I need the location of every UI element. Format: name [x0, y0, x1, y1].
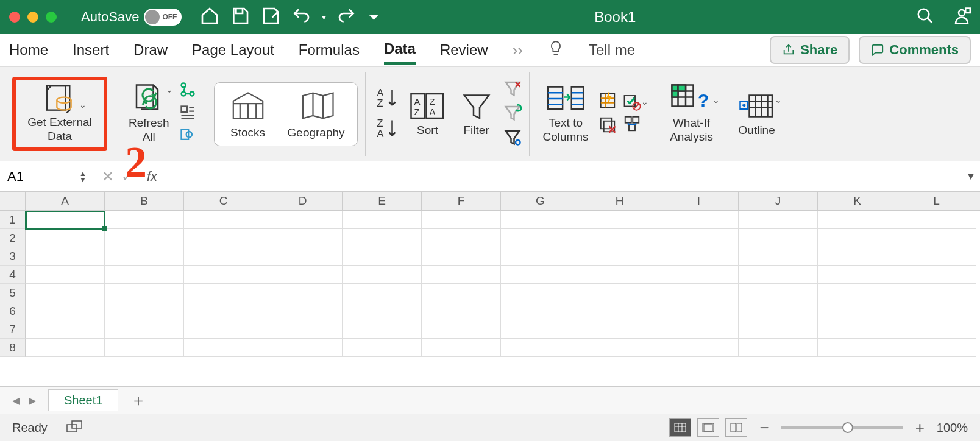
cell[interactable]: [739, 229, 818, 247]
formula-bar-expand-icon[interactable]: ▼: [962, 171, 980, 182]
tab-review[interactable]: Review: [440, 37, 488, 63]
select-all-corner[interactable]: [0, 192, 26, 210]
col-header-K[interactable]: K: [818, 192, 897, 210]
cell[interactable]: [26, 320, 105, 339]
col-header-G[interactable]: G: [501, 192, 580, 210]
row-header-8[interactable]: 8: [0, 339, 26, 357]
cell[interactable]: [343, 320, 422, 339]
cell[interactable]: [501, 302, 580, 320]
macro-record-icon[interactable]: [66, 420, 83, 436]
cell[interactable]: [343, 229, 422, 247]
zoom-slider[interactable]: [781, 426, 903, 429]
autosave-control[interactable]: AutoSave OFF: [81, 9, 182, 26]
properties-icon[interactable]: [179, 104, 196, 124]
cell[interactable]: [580, 339, 659, 357]
remove-duplicates-icon[interactable]: [598, 116, 617, 136]
cell[interactable]: [659, 320, 739, 339]
cell[interactable]: [422, 247, 501, 266]
page-layout-view-button[interactable]: [697, 418, 719, 437]
zoom-in-button[interactable]: +: [915, 418, 925, 437]
sheet-tab-sheet1[interactable]: Sheet1: [48, 389, 118, 411]
cell[interactable]: [897, 229, 976, 247]
tab-formulas[interactable]: Formulas: [299, 37, 360, 63]
sheet-next-icon[interactable]: ▶: [29, 395, 36, 406]
cell[interactable]: [818, 247, 897, 266]
tab-insert[interactable]: Insert: [73, 37, 109, 63]
cell[interactable]: [501, 339, 580, 357]
cell[interactable]: [26, 302, 105, 320]
what-if-analysis-button[interactable]: ? ⌄ What-If Analysis: [666, 81, 717, 147]
tab-page-layout[interactable]: Page Layout: [192, 37, 274, 63]
cell[interactable]: [422, 339, 501, 357]
cancel-icon[interactable]: ✕: [102, 168, 114, 185]
cell[interactable]: [739, 302, 818, 320]
row-header-2[interactable]: 2: [0, 229, 26, 247]
comments-button[interactable]: Comments: [859, 36, 971, 64]
cell[interactable]: [343, 339, 422, 357]
cell[interactable]: [105, 229, 184, 247]
outline-button[interactable]: ⌄ Outline: [735, 88, 779, 140]
flash-fill-icon[interactable]: [598, 91, 617, 112]
sort-button[interactable]: AZZA Sort: [406, 88, 450, 140]
cell[interactable]: [659, 247, 739, 266]
col-header-J[interactable]: J: [739, 192, 818, 210]
row-header-7[interactable]: 7: [0, 320, 26, 339]
advanced-filter-icon[interactable]: [503, 128, 522, 149]
cell[interactable]: [26, 266, 105, 284]
normal-view-button[interactable]: [669, 418, 691, 437]
minimize-window-button[interactable]: [27, 12, 38, 23]
cell[interactable]: [897, 339, 976, 357]
cell[interactable]: [343, 284, 422, 302]
cell[interactable]: [659, 266, 739, 284]
cell[interactable]: [263, 320, 343, 339]
row-header-5[interactable]: 5: [0, 284, 26, 302]
cell[interactable]: [897, 284, 976, 302]
name-box[interactable]: A1 ▲▼: [0, 161, 94, 191]
cell[interactable]: [580, 266, 659, 284]
get-external-data-button[interactable]: ⌄ Get External Data: [17, 82, 102, 146]
cell[interactable]: [105, 302, 184, 320]
undo-icon[interactable]: [291, 6, 311, 28]
home-icon[interactable]: [200, 6, 219, 28]
autosave-toggle[interactable]: OFF: [144, 9, 182, 26]
cell[interactable]: [818, 284, 897, 302]
cell[interactable]: [105, 320, 184, 339]
tab-data[interactable]: Data: [384, 35, 416, 65]
cell[interactable]: [580, 211, 659, 229]
cell[interactable]: [501, 229, 580, 247]
cell[interactable]: [422, 266, 501, 284]
cell[interactable]: [739, 247, 818, 266]
cell[interactable]: [422, 211, 501, 229]
cell[interactable]: [739, 284, 818, 302]
zoom-thumb[interactable]: [842, 422, 853, 433]
data-types-gallery[interactable]: Stocks Geography: [214, 82, 358, 146]
cell[interactable]: [343, 302, 422, 320]
zoom-out-button[interactable]: −: [759, 418, 769, 437]
account-icon[interactable]: [953, 7, 971, 27]
cell[interactable]: [105, 266, 184, 284]
cell[interactable]: [26, 247, 105, 266]
reapply-filter-icon[interactable]: [503, 104, 522, 124]
cell[interactable]: [818, 302, 897, 320]
page-break-view-button[interactable]: [725, 418, 747, 437]
col-header-H[interactable]: H: [580, 192, 659, 210]
clear-filter-icon[interactable]: [503, 79, 522, 100]
tab-home[interactable]: Home: [9, 37, 48, 63]
cell[interactable]: [580, 284, 659, 302]
cell[interactable]: [26, 284, 105, 302]
geography-type[interactable]: Geography: [288, 89, 345, 139]
cell-A1[interactable]: [26, 211, 105, 229]
sheet-prev-icon[interactable]: ◀: [12, 395, 20, 406]
cell[interactable]: [739, 320, 818, 339]
col-header-F[interactable]: F: [422, 192, 501, 210]
search-icon[interactable]: [916, 7, 934, 27]
save-as-icon[interactable]: [261, 6, 280, 28]
cell[interactable]: [105, 211, 184, 229]
col-header-A[interactable]: A: [26, 192, 105, 210]
filter-button[interactable]: Filter: [456, 88, 497, 140]
col-header-B[interactable]: B: [105, 192, 184, 210]
cell[interactable]: [818, 266, 897, 284]
row-header-1[interactable]: 1: [0, 211, 26, 229]
cell[interactable]: [422, 302, 501, 320]
cell[interactable]: [739, 339, 818, 357]
